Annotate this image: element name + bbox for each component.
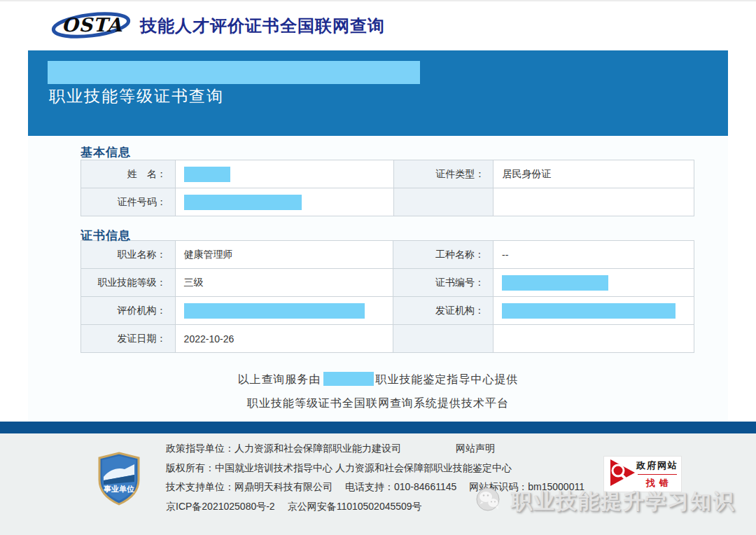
security-record-text: 京公网安备11010502045509号 [288, 501, 422, 512]
table-row: 职业名称： 健康管理师 工种名称： -- [81, 241, 694, 269]
table-row: 发证日期： 2022-10-26 [81, 325, 694, 353]
policy-text: 政策指导单位：人力资源和社会保障部职业能力建设司 [166, 443, 401, 454]
evaluator-value [175, 297, 393, 325]
name-value [175, 160, 393, 188]
certificate-query-page: OSTA 技能人才评价证书全国联网查询 职业技能等级证书查询 基本信息 姓 名：… [0, 0, 756, 535]
issue-date-value: 2022-10-26 [175, 325, 393, 353]
empty-label-cell [393, 325, 493, 353]
id-number-label: 证件号码： [81, 188, 176, 216]
worktype-label: 工种名称： [393, 241, 493, 269]
id-type-label: 证件类型： [393, 160, 493, 188]
skill-level-value: 三级 [175, 269, 393, 297]
basic-info-table: 姓 名： 证件类型： 居民身份证 证件号码： [80, 160, 694, 216]
service-provider-notice: 以上查询服务由职业技能鉴定指导中心提供 [28, 372, 728, 387]
top-header: OSTA 技能人才评价证书全国联网查询 [0, 1, 756, 50]
magnifier-flag-icon [607, 458, 636, 490]
redaction-bar [502, 303, 676, 319]
issuer-value [493, 297, 694, 325]
issue-date-label: 发证日期： [81, 325, 176, 353]
svg-text:OSTA: OSTA [62, 14, 122, 36]
shield-icon: 事业单位 [97, 452, 141, 506]
empty-value-cell [493, 188, 694, 216]
table-row: 证件号码： [81, 188, 694, 216]
occupation-label: 职业名称： [81, 241, 176, 269]
icp-text: 京ICP备2021025080号-2 [166, 501, 275, 512]
table-row: 职业技能等级： 三级 证书编号： [81, 269, 694, 297]
osta-logo[interactable]: OSTA [50, 8, 133, 44]
result-panel: 基本信息 姓 名： 证件类型： 居民身份证 证件号码： 证书信息 职业名称： 健… [28, 136, 728, 422]
worktype-value: -- [493, 241, 694, 269]
cert-info-table: 职业名称： 健康管理师 工种名称： -- 职业技能等级： 三级 证书编号： 评价… [80, 240, 694, 353]
redaction-bar [184, 167, 230, 182]
basic-info-heading: 基本信息 [80, 136, 728, 158]
redaction-bar [184, 303, 365, 319]
occupation-value: 健康管理师 [175, 241, 393, 269]
name-label: 姓 名： [81, 160, 176, 188]
cert-number-value [493, 269, 694, 297]
platform-notice: 职业技能等级证书全国联网查询系统提供技术平台 [28, 396, 728, 411]
page-title: 技能人才评价证书全国联网查询 [140, 15, 385, 37]
id-type-value: 居民身份证 [493, 160, 694, 188]
skill-level-label: 职业技能等级： [81, 269, 176, 297]
redaction-bar [48, 61, 420, 84]
policy-line: 政策指导单位：人力资源和社会保障部职业能力建设司网站声明 [166, 439, 584, 459]
query-banner: 职业技能等级证书查询 [28, 50, 728, 136]
notice-prefix: 以上查询服务由 [238, 373, 321, 385]
osta-logo-swoosh-icon: OSTA [50, 8, 133, 41]
empty-value-cell [493, 325, 694, 353]
cert-info-heading: 证书信息 [80, 216, 728, 239]
error-badge-line1: 政府网站 [636, 459, 678, 472]
footer: 事业单位 政策指导单位：人力资源和社会保障部职业能力建设司网站声明 版权所有：中… [0, 433, 756, 535]
table-row: 姓 名： 证件类型： 居民身份证 [81, 160, 694, 188]
institution-shield-badge[interactable]: 事业单位 [97, 452, 141, 506]
error-badge-text: 政府网站 找错 [636, 459, 681, 489]
phone-support-text: 电话支持：010-84661145 [345, 481, 456, 492]
tech-support-text: 技术支持单位：网鼎明天科技有限公司 [166, 481, 332, 492]
error-badge-divider [638, 474, 677, 475]
svg-text:事业单位: 事业单位 [104, 485, 135, 493]
evaluator-label: 评价机构： [81, 297, 176, 325]
empty-label-cell [393, 188, 493, 216]
copyright-line: 版权所有：中国就业培训技术指导中心 人力资源和社会保障部职业技能鉴定中心 [166, 459, 584, 478]
redaction-bar [184, 195, 302, 210]
cert-number-label: 证书编号： [393, 269, 493, 297]
table-row: 评价机构： 发证机构： [81, 297, 694, 325]
watermark-text: 职业技能提升学习知识 [511, 487, 735, 516]
wechat-icon [475, 487, 505, 516]
redaction-bar [323, 372, 374, 386]
id-number-value [175, 188, 393, 216]
notice-suffix: 职业技能鉴定指导中心提供 [376, 373, 519, 385]
wechat-watermark: 职业技能提升学习知识 [475, 487, 735, 516]
banner-title: 职业技能等级证书查询 [49, 85, 224, 107]
website-statement-link[interactable]: 网站声明 [456, 443, 495, 454]
redaction-bar [502, 275, 608, 291]
footer-divider [0, 422, 756, 433]
issuer-label: 发证机构： [393, 297, 493, 325]
